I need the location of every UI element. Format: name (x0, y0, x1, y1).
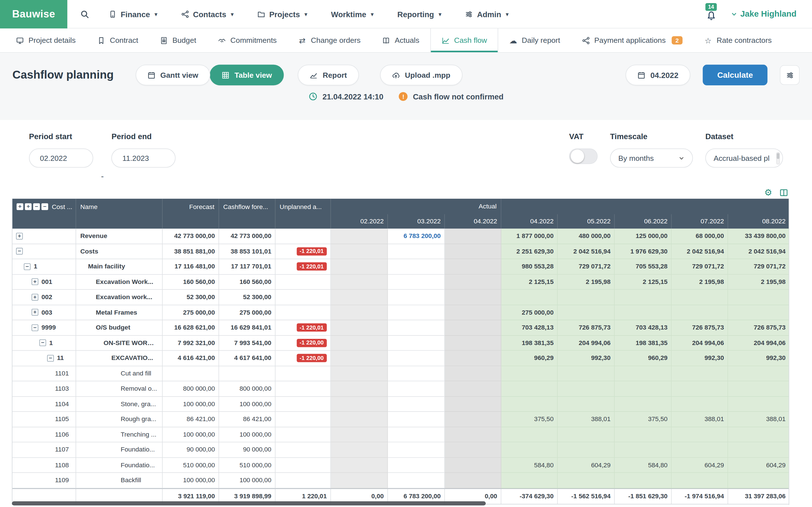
cell-forecast-07.2022[interactable]: 388,01 (672, 412, 728, 427)
cell-cost-code[interactable]: + (12, 229, 76, 244)
collapse-icon[interactable]: − (24, 263, 31, 270)
cell-forecast-04.2022[interactable]: 980 553,28 (501, 259, 558, 274)
cell-forecast[interactable]: 800 000,00 (163, 381, 219, 397)
cell-forecast-04.2022[interactable] (501, 290, 558, 305)
cell-name[interactable]: Costs (76, 244, 163, 259)
cell-cost-code[interactable]: +002 (12, 290, 76, 305)
cell-unplanned[interactable]: -1 220,00 (275, 351, 331, 366)
cell-actual-02.2022[interactable] (331, 229, 388, 244)
cell-forecast-08.2022[interactable] (728, 290, 789, 305)
cell-forecast[interactable]: 16 628 621,00 (163, 320, 219, 335)
cell-name[interactable]: Main facility (76, 259, 163, 274)
cell-forecast-05.2022[interactable]: 204 994,06 (558, 335, 615, 351)
cell-cashflow[interactable]: 100 000,00 (219, 473, 275, 488)
cell-forecast-05.2022[interactable]: 992,30 (558, 351, 615, 366)
tab-actuals[interactable]: Actuals (371, 29, 430, 52)
tab-contract[interactable]: Contract (87, 29, 149, 52)
cell-name[interactable]: Trenching ... (76, 427, 163, 442)
cell-forecast-04.2022[interactable] (501, 473, 558, 488)
cell-actual-04.2022[interactable] (445, 427, 501, 442)
cell-actual-04.2022[interactable] (445, 351, 501, 366)
cell-actual-02.2022[interactable] (331, 473, 388, 488)
table-view-button[interactable]: Table view (210, 65, 284, 86)
cell-actual-03.2022[interactable] (388, 442, 445, 457)
cell-cashflow[interactable]: 275 000,00 (219, 305, 275, 320)
cell-unplanned[interactable] (275, 412, 331, 427)
cell-actual-03.2022[interactable] (388, 366, 445, 381)
cell-actual-03.2022[interactable] (388, 458, 445, 473)
cell-name[interactable]: Excavation work... (76, 290, 163, 305)
cell-cashflow[interactable]: 100 000,00 (219, 397, 275, 412)
cell-forecast-08.2022[interactable]: 204 994,06 (728, 335, 789, 351)
notifications-button[interactable]: 14 (706, 5, 716, 22)
month-selector[interactable]: 04.2022 (625, 65, 690, 86)
cell-actual-02.2022[interactable] (331, 458, 388, 473)
cell-forecast-04.2022[interactable]: 275 000,00 (501, 305, 558, 320)
cell-unplanned[interactable] (275, 305, 331, 320)
cell-forecast-04.2022[interactable]: 375,50 (501, 412, 558, 427)
cell-cost-code[interactable]: 1106 (12, 427, 76, 442)
timescale-select[interactable]: By months (610, 149, 693, 168)
cell-forecast[interactable]: 510 000,00 (163, 458, 219, 473)
cell-actual-04.2022[interactable] (445, 335, 501, 351)
cell-name[interactable]: Stone, gra... (76, 397, 163, 412)
cell-forecast[interactable] (163, 366, 219, 381)
cell-forecast-07.2022[interactable]: 2 042 516,94 (672, 244, 728, 259)
cell-forecast-04.2022[interactable]: 1 877 000,00 (501, 229, 558, 244)
menu-admin[interactable]: Admin▾ (465, 10, 509, 18)
cell-unplanned[interactable] (275, 427, 331, 442)
cell-actual-02.2022[interactable] (331, 320, 388, 335)
cell-forecast[interactable]: 275 000,00 (163, 305, 219, 320)
cell-forecast-06.2022[interactable] (615, 427, 672, 442)
user-menu[interactable]: Jake Highland (730, 9, 797, 18)
cell-forecast-08.2022[interactable] (728, 397, 789, 412)
cell-forecast-05.2022[interactable] (558, 473, 615, 488)
cell-actual-03.2022[interactable] (388, 320, 445, 335)
horizontal-scrollbar[interactable] (12, 501, 486, 506)
cell-actual-03.2022[interactable] (388, 244, 445, 259)
cell-cost-code[interactable]: 1109 (12, 473, 76, 488)
cell-unplanned[interactable] (275, 458, 331, 473)
cell-name[interactable]: Revenue (76, 229, 163, 244)
cell-forecast-08.2022[interactable] (728, 366, 789, 381)
cell-forecast[interactable]: 100 000,00 (163, 427, 219, 442)
cell-forecast-07.2022[interactable] (672, 381, 728, 397)
cell-forecast-07.2022[interactable] (672, 442, 728, 457)
collapse-icon[interactable]: − (16, 248, 23, 255)
expand-icon[interactable]: + (32, 294, 38, 300)
cell-actual-02.2022[interactable] (331, 351, 388, 366)
cell-actual-04.2022[interactable] (445, 290, 501, 305)
cell-forecast-06.2022[interactable] (615, 305, 672, 320)
cell-forecast-07.2022[interactable]: 204 994,06 (672, 335, 728, 351)
cell-forecast-08.2022[interactable]: 726 875,73 (728, 320, 789, 335)
cell-cashflow[interactable]: 86 421,00 (219, 412, 275, 427)
cell-forecast-07.2022[interactable] (672, 290, 728, 305)
cell-unplanned[interactable]: -1 220,01 (275, 320, 331, 335)
cell-cashflow[interactable]: 90 000,00 (219, 442, 275, 457)
tab-change-orders[interactable]: ⇄Change orders (288, 29, 371, 52)
cell-forecast-07.2022[interactable]: 726 875,73 (672, 320, 728, 335)
cell-forecast[interactable]: 160 560,00 (163, 274, 219, 290)
cell-forecast-04.2022[interactable] (501, 427, 558, 442)
collapse-all-button[interactable]: − (42, 203, 48, 210)
cell-forecast-07.2022[interactable] (672, 427, 728, 442)
cell-forecast-06.2022[interactable] (615, 397, 672, 412)
cell-forecast-07.2022[interactable]: 604,29 (672, 458, 728, 473)
menu-reporting[interactable]: Reporting▾ (397, 10, 441, 18)
cell-forecast-08.2022[interactable]: 729 071,72 (728, 259, 789, 274)
expand-icon[interactable]: + (32, 309, 38, 316)
cell-cost-code[interactable]: −11 (12, 351, 76, 366)
cell-forecast[interactable]: 42 773 000,00 (163, 229, 219, 244)
cell-cashflow[interactable]: 16 629 841,01 (219, 320, 275, 335)
cell-forecast-08.2022[interactable]: 388,01 (728, 412, 789, 427)
upload-mpp-button[interactable]: Upload .mpp (380, 65, 462, 86)
cell-actual-04.2022[interactable] (445, 229, 501, 244)
cell-actual-03.2022[interactable] (388, 397, 445, 412)
cell-actual-02.2022[interactable] (331, 442, 388, 457)
cell-cost-code[interactable]: 1104 (12, 397, 76, 412)
cell-unplanned[interactable] (275, 229, 331, 244)
cell-forecast-08.2022[interactable]: 33 439 800,00 (728, 229, 789, 244)
cell-forecast[interactable]: 17 116 481,00 (163, 259, 219, 274)
cell-cashflow[interactable]: 52 300,00 (219, 290, 275, 305)
cell-actual-03.2022[interactable] (388, 427, 445, 442)
